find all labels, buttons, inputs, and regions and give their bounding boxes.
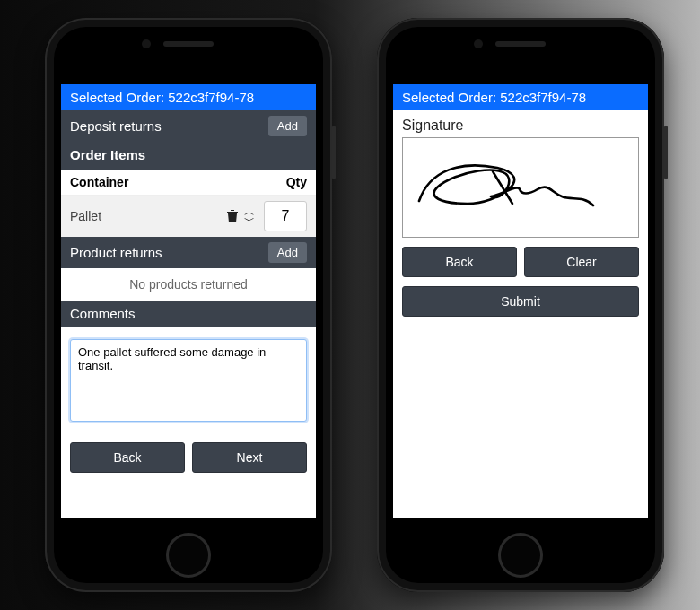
qty-input[interactable]: 7 [264, 201, 307, 231]
product-returns-empty: No products returned [61, 268, 316, 301]
home-button[interactable] [166, 533, 211, 578]
table-row: Pallet ︿ ﹀ 7 [61, 196, 316, 237]
section-comments: Comments [61, 301, 316, 327]
back-button[interactable]: Back [402, 247, 517, 277]
home-button[interactable] [498, 533, 543, 578]
screen-right: Selected Order: 522c3f7f94-78 Signature … [393, 84, 648, 518]
section-order-items: Order Items [61, 142, 316, 170]
clear-button[interactable]: Clear [524, 247, 639, 277]
phone-frame-right: Selected Order: 522c3f7f94-78 Signature … [377, 18, 664, 592]
add-product-return-button[interactable]: Add [268, 242, 307, 263]
signature-stroke [412, 152, 600, 223]
phone-earpiece [495, 41, 546, 47]
page-title: Selected Order: 522c3f7f94-78 [393, 84, 648, 110]
phone-camera [142, 39, 151, 48]
phone-earpiece [163, 41, 214, 47]
section-title-product-returns: Product returns [70, 245, 162, 260]
signature-pad[interactable] [402, 137, 639, 238]
trash-icon[interactable] [224, 209, 241, 223]
order-items-table-header: Container Qty [61, 170, 316, 196]
section-product-returns: Product returns Add [61, 237, 316, 268]
next-button[interactable]: Next [192, 442, 307, 473]
section-title-comments: Comments [70, 306, 136, 321]
signature-label: Signature [393, 110, 648, 137]
column-container: Container [70, 175, 262, 189]
column-qty: Qty [262, 175, 307, 189]
section-title-deposit-returns: Deposit returns [70, 118, 162, 134]
screen-left: Selected Order: 522c3f7f94-78 Deposit re… [61, 84, 316, 518]
back-button[interactable]: Back [70, 442, 185, 473]
phone-frame-left: Selected Order: 522c3f7f94-78 Deposit re… [45, 18, 332, 592]
comments-input[interactable] [70, 339, 307, 422]
section-deposit-returns: Deposit returns Add [61, 110, 316, 142]
add-deposit-return-button[interactable]: Add [268, 116, 307, 136]
phone-camera [474, 39, 483, 48]
section-title-order-items: Order Items [70, 147, 145, 162]
qty-decrease-icon[interactable]: ﹀ [244, 216, 255, 225]
page-title: Selected Order: 522c3f7f94-78 [61, 84, 316, 110]
row-container-name: Pallet [70, 209, 224, 223]
submit-button[interactable]: Submit [402, 286, 639, 317]
